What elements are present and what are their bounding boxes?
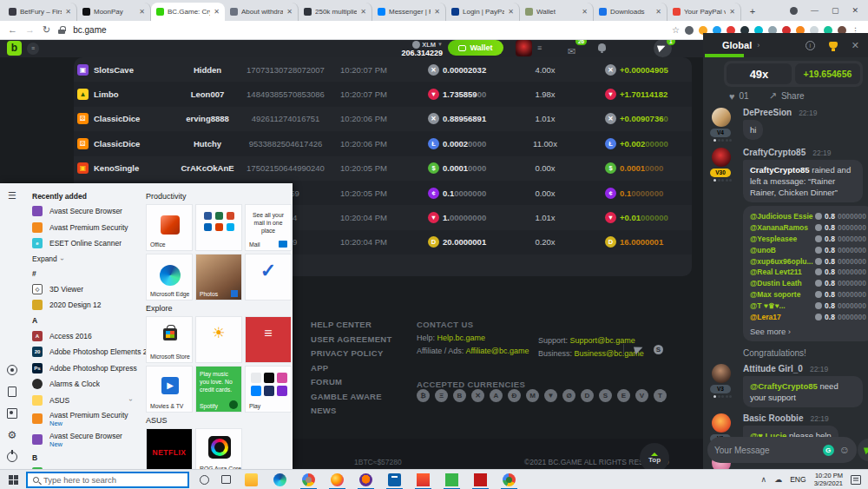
user-account-icon[interactable] [7, 365, 17, 375]
tile-spotify[interactable]: Play music you love. No credit cards.Spo… [195, 366, 242, 413]
browser-tab[interactable]: MoonPay ✕ [77, 3, 151, 21]
recipient-name[interactable]: @Yespleasee [750, 235, 815, 243]
username[interactable]: Basic Roobbie [743, 413, 803, 423]
bet-row[interactable]: ▣ SlotsCave Hidden 17073130728072007 10:… [74, 57, 692, 82]
tray-expand-icon[interactable]: ∧ [761, 475, 767, 484]
antivirus-shield-icon[interactable] [445, 473, 458, 486]
wallet-button[interactable]: Wallet [448, 40, 503, 56]
chrome-icon[interactable] [302, 473, 315, 486]
firefox-icon[interactable] [331, 473, 344, 486]
reload-icon[interactable]: ↻ [43, 25, 50, 35]
pictures-icon[interactable] [7, 408, 17, 419]
telegram-icon[interactable] [634, 344, 644, 354]
shared-bet-card[interactable]: 49x +19.654656 [724, 61, 863, 87]
username[interactable]: CraftyCrypto85 [743, 148, 806, 157]
chevron-right-icon[interactable]: › [757, 41, 760, 50]
file-explorer-icon[interactable] [245, 473, 258, 486]
tile-photos[interactable]: Photos [195, 254, 242, 301]
bet-row[interactable]: ⚄ ClassicDice erving8888 492611274016751… [74, 107, 692, 131]
avatar[interactable] [712, 148, 731, 167]
browser-tab[interactable]: Login | PayPal Prep ✕ [446, 3, 520, 21]
chat-tab-global[interactable]: Global [722, 40, 752, 50]
sidebar-toggle[interactable]: ≡ [27, 43, 39, 55]
tab-close-icon[interactable]: ✕ [360, 9, 366, 16]
recipient-name[interactable]: @xup6ux96oplu... [750, 257, 815, 266]
tab-close-icon[interactable]: ✕ [729, 9, 735, 16]
tile-play[interactable]: Play [245, 366, 292, 413]
extension-icon[interactable] [685, 26, 694, 35]
share-icon[interactable]: ↗ [769, 90, 777, 102]
chrome-profile-icon[interactable] [503, 473, 516, 486]
close-button[interactable]: ✕ [852, 6, 858, 15]
info-icon[interactable]: i [806, 41, 815, 50]
browser-tab[interactable]: Your PayPal verific ✕ [667, 3, 741, 21]
chat-input[interactable]: Your Message G ☺ [707, 437, 857, 463]
forward-icon[interactable]: → [25, 25, 35, 35]
taskbar-clock[interactable]: 10:20 PM 3/29/2021 [814, 472, 843, 487]
avatar[interactable] [712, 108, 731, 127]
onedrive-cloud-icon[interactable]: ☁ [774, 475, 782, 484]
chrome-update-icon[interactable] [790, 7, 798, 15]
notifications-bell-icon[interactable] [598, 43, 606, 51]
calculator-icon[interactable] [388, 473, 401, 486]
player-name[interactable]: erving8888 [169, 114, 246, 123]
tile-store[interactable]: Microsoft Store [146, 316, 193, 363]
tab-close-icon[interactable]: ✕ [286, 9, 293, 16]
start-menu-item[interactable]: Expand› [24, 252, 139, 267]
tab-close-icon[interactable]: ✕ [655, 9, 661, 16]
tile-movies-tv[interactable]: ▶Movies & TV [146, 366, 193, 413]
back-icon[interactable]: ← [8, 25, 17, 35]
start-menu-item[interactable]: 20Adobe Photoshop Elements 2020 [24, 344, 139, 360]
start-menu-item[interactable]: Alarms & Clock [24, 376, 139, 393]
footer-link[interactable]: GAMBLE AWARE [311, 392, 392, 401]
tab-close-icon[interactable]: ✕ [214, 9, 220, 16]
browser-tab[interactable]: Downloads ✕ [594, 3, 667, 21]
taskbar-search[interactable]: Type here to search [26, 472, 189, 488]
start-menu-item[interactable]: PsAdobe Photoshop Express [24, 360, 139, 377]
browser-tab[interactable]: About withdraw. | ✕ [225, 3, 299, 21]
documents-icon[interactable] [8, 387, 16, 397]
bcgame-logo[interactable]: b [7, 41, 22, 56]
edge-icon[interactable] [273, 473, 286, 486]
tile-todo[interactable]: ✓ [245, 254, 292, 301]
lock-icon[interactable] [58, 26, 65, 34]
browser-tab[interactable]: BetFury – First i-Ga ✕ [3, 3, 77, 21]
maximize-button[interactable]: ▢ [832, 6, 839, 15]
start-menu-item[interactable]: Avast Secure Browser [24, 203, 139, 220]
start-menu-item[interactable]: B [24, 450, 139, 465]
language-indicator[interactable]: ENG [790, 475, 806, 484]
tile-office[interactable]: Office [146, 204, 193, 251]
settings-gear-icon[interactable]: ⚙ [7, 430, 17, 440]
start-menu-item[interactable]: # [24, 267, 139, 281]
start-menu-item[interactable]: ASUS› [24, 393, 139, 409]
tile-news[interactable]: ≡ [245, 316, 292, 363]
mcafee-icon[interactable] [474, 473, 487, 486]
affiliate-link[interactable]: Affiliate@bc.game [465, 347, 529, 355]
start-menu-item[interactable]: ◇3D Viewer [24, 281, 139, 298]
tile-office-apps[interactable] [195, 204, 242, 251]
tab-close-icon[interactable]: ✕ [139, 9, 145, 16]
inbox-icon[interactable]: ✉ [568, 43, 575, 58]
bet-row[interactable]: ▣ KenoSingle CrAKcOkAnE 1750215064499024… [74, 156, 692, 181]
player-name[interactable]: Hutchy [169, 139, 246, 149]
trophy-icon[interactable] [829, 42, 838, 49]
recipient-name[interactable]: @Judicious Essie [750, 212, 815, 221]
footer-link[interactable]: FORUM [311, 377, 392, 387]
bookmark-star-icon[interactable]: ☆ [672, 25, 680, 35]
player-name[interactable]: CrAKcOkAnE [169, 163, 246, 173]
browser-tab[interactable]: BC.Game: Crypto C ✕ [151, 3, 225, 21]
like-heart-icon[interactable]: ♥ [729, 91, 735, 102]
user-avatar[interactable] [516, 40, 532, 56]
chat-close-icon[interactable]: ✕ [852, 40, 859, 51]
tab-close-icon[interactable]: ✕ [65, 9, 71, 16]
tile-mail[interactable]: See all your mail in one placeMail [245, 204, 292, 251]
tile-weather[interactable]: ☀ [195, 316, 242, 363]
emoji-icon[interactable]: ☺ [839, 444, 850, 456]
recipient-name[interactable]: @Max soporte [750, 290, 815, 299]
help-link[interactable]: Help.bc.game [437, 334, 486, 342]
task-view-icon[interactable] [221, 475, 231, 484]
brave-icon[interactable] [417, 473, 430, 486]
action-center-icon[interactable] [851, 475, 861, 485]
tab-close-icon[interactable]: ✕ [434, 9, 440, 16]
cortana-icon[interactable] [200, 475, 209, 485]
